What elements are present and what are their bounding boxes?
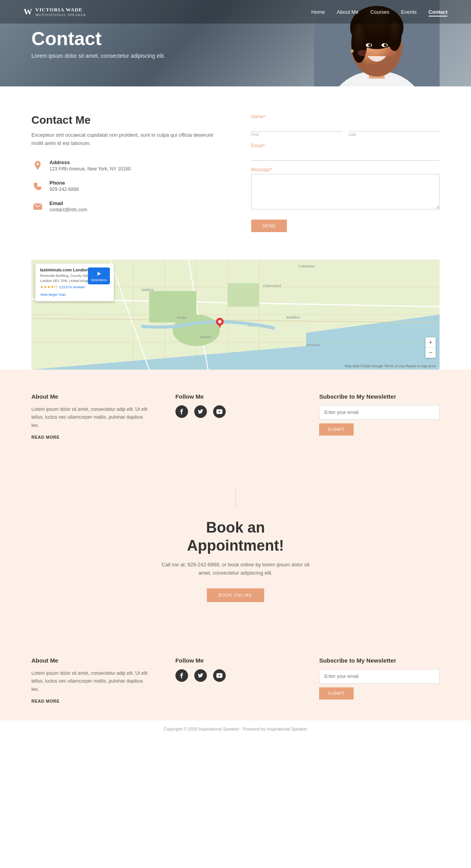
hero-content: Contact Lorem ipsum dolor sit amet, cons… [0,28,197,59]
map-zoom-controls: + − [425,337,436,358]
footer-readmore-1[interactable]: READ MORE [31,435,60,439]
svg-text:Chelmsford: Chelmsford [263,284,281,288]
twitter-icon-1[interactable] [194,405,207,418]
contact-address-item: Address 123 Fifth Avenue, New York, NY 1… [31,159,220,172]
popup-larger-map[interactable]: View larger map [40,293,66,297]
message-label: Message* [251,167,440,172]
email-input[interactable] [251,150,440,161]
logo-icon: W [24,7,31,17]
twitter-icon-2[interactable] [194,669,207,682]
youtube-icon-1[interactable] [213,405,226,418]
footer-about-title-1: About Me [31,393,152,400]
contact-phone-item: Phone 929-242-6868 [31,180,220,192]
nav-about[interactable]: About Me [337,9,359,15]
footer-newsletter-col-1: Subscribe to My Newsletter SUBMIT [319,393,440,440]
facebook-icon-2[interactable] [175,669,188,682]
svg-point-9 [368,44,371,47]
first-placeholder: First [251,132,342,137]
svg-text:Epsom: Epsom [200,335,211,339]
contact-description: Excepteur sint occaecat cupidatat non pr… [31,131,220,148]
svg-point-43 [218,320,221,323]
svg-text:Watford: Watford [141,288,153,292]
contact-section: Contact Me Excepteur sint occaecat cupid… [0,86,471,260]
logo-name: VICTORIA WADE [35,7,86,13]
copyright-bar: Copyright © 2020 Inspirational Speaker ·… [0,720,471,738]
address-icon [31,159,44,172]
footer-social-col-2: Follow Me [175,657,296,704]
footer-newsletter-title-1: Subscribe to My Newsletter [319,393,440,400]
nav-menu: Home About Me Courses Events Contact [311,8,447,15]
zoom-in-button[interactable]: + [425,337,436,348]
map-wrapper: Stevenage Luton Colchester Chelmsford Wa… [0,260,471,370]
last-name-group: Last Last [349,114,440,137]
name-label: Name* [251,114,342,119]
nav-contact[interactable]: Contact [429,9,447,16]
svg-point-12 [358,50,369,56]
facebook-icon-1[interactable] [175,405,188,418]
phone-value: 929-242-6868 [49,187,79,192]
first-name-input[interactable] [251,121,342,132]
phone-label: Phone [49,180,79,186]
logo-subtitle: Motivational Speaker [35,13,86,17]
directions-button[interactable]: ➤ Directions [88,267,110,284]
youtube-icon-2[interactable] [213,669,226,682]
newsletter-submit-2[interactable]: SUBMIT [319,687,354,700]
map-container[interactable]: Stevenage Luton Colchester Chelmsford Wa… [31,260,440,370]
contact-email-item: Email contact@info.com [31,200,220,213]
nav-events[interactable]: Events [401,9,417,15]
navigation: W VICTORIA WADE Motivational Speaker Hom… [0,0,471,24]
footer-about-col-1: About Me Lorem ipsum dolor sit amet, con… [31,393,152,440]
name-row: Name* First Last Last [251,114,440,137]
message-group: Message* [251,167,440,209]
book-online-button[interactable]: BOOK ONLINE [207,588,264,602]
newsletter-input-2[interactable] [319,669,440,683]
contact-info: Contact Me Excepteur sint occaecat cupid… [31,114,220,232]
site-logo[interactable]: W VICTORIA WADE Motivational Speaker [24,7,86,17]
address-label: Address [49,159,131,165]
hero-subtitle: Lorem ipsum dolor sit amet, consectetur … [31,53,165,59]
footer-social-col-1: Follow Me [175,393,296,440]
copyright-text: Copyright © 2020 Inspirational Speaker ·… [164,727,307,731]
footer-follow-title-2: Follow Me [175,657,296,664]
appointment-divider [236,487,236,507]
email-value: contact@info.com [49,207,87,212]
newsletter-input-1[interactable] [319,405,440,419]
last-placeholder: Last [349,132,440,137]
email-form-label: Email* [251,143,440,148]
email-label: Email [49,200,87,206]
message-textarea[interactable] [251,174,440,209]
contact-title: Contact Me [31,114,220,126]
footer-readmore-2[interactable]: READ MORE [31,699,60,703]
svg-point-10 [384,44,387,47]
nav-courses[interactable]: Courses [370,9,389,15]
svg-text:Basildon: Basildon [287,315,300,319]
phone-icon [31,180,44,192]
map-credit: Map data ©2020 Google Terms of Use Repor… [345,364,436,368]
email-group: Email* [251,143,440,161]
newsletter-submit-1[interactable]: SUBMIT [319,423,354,436]
contact-form: Name* First Last Last Email* Message* SE… [251,114,440,232]
svg-point-6 [387,20,402,51]
last-name-input[interactable] [349,121,440,132]
svg-rect-21 [228,283,259,307]
svg-text:Maidstone: Maidstone [306,343,321,347]
popup-reviews: 123,674 reviews [59,285,85,289]
send-button[interactable]: SEND [251,220,287,232]
footer-about-text-1: Lorem ipsum dolor sit amet, consectetur … [31,405,152,429]
popup-stars: ★★★★½ [40,285,57,289]
nav-home[interactable]: Home [311,9,325,15]
email-icon [31,200,44,213]
svg-text:Colchester: Colchester [298,264,315,268]
social-icons-2 [175,669,296,682]
address-value: 123 Fifth Avenue, New York, NY 10160 [49,166,131,172]
footer-newsletter-title-2: Subscribe to My Newsletter [319,657,440,664]
svg-point-13 [385,50,396,56]
footer-about-title-2: About Me [31,657,152,664]
footer-about-col-2: About Me Lorem ipsum dolor sit amet, con… [31,657,152,704]
svg-point-5 [351,24,367,63]
footer-section-2: About Me Lorem ipsum dolor sit amet, con… [0,634,471,720]
social-icons-1 [175,405,296,418]
footer-about-text-2: Lorem ipsum dolor sit amet, consectetur … [31,669,152,693]
footer-follow-title-1: Follow Me [175,393,296,400]
zoom-out-button[interactable]: − [425,348,436,358]
